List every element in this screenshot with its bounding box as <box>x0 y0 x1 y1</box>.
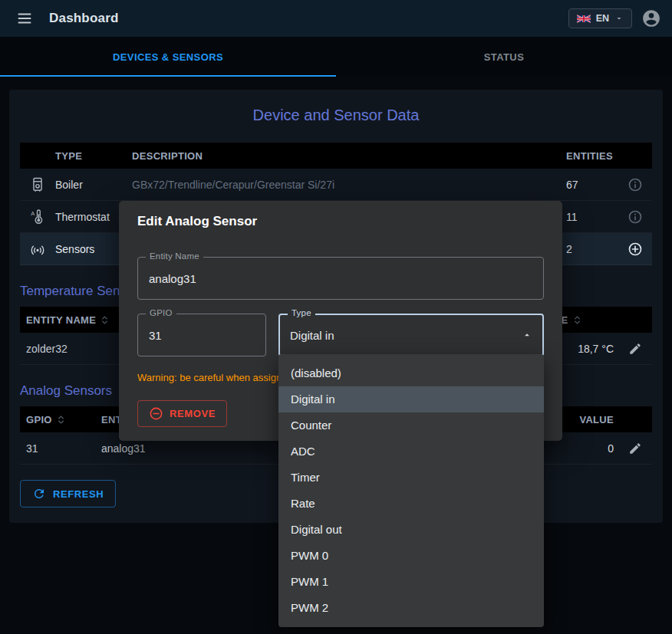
table-row-boiler[interactable]: Boiler GBx72/Trendline/Cerapur/Greenstar… <box>20 169 652 201</box>
device-entities-count: 2 <box>554 243 618 255</box>
col-entity-name-label: ENTITY NAME <box>26 314 96 326</box>
gpio-input[interactable] <box>149 329 255 342</box>
type-dropdown-menu: (disabled) Digital in Counter ADC Timer … <box>278 354 544 627</box>
device-description: GBx72/Trendline/Cerapur/Greenstar Si/27i <box>132 179 554 191</box>
col-gpio-sort[interactable]: GPIO <box>20 414 84 425</box>
menu-item-pwm0[interactable]: PWM 0 <box>278 543 544 569</box>
account-circle-icon <box>641 8 661 28</box>
entity-name-field[interactable]: Entity Name <box>137 257 544 300</box>
menu-item-counter[interactable]: Counter <box>278 412 544 439</box>
remove-circle-icon <box>149 406 163 421</box>
boiler-icon <box>20 176 55 193</box>
menu-item-pwm2[interactable]: PWM 2 <box>278 595 544 621</box>
app-bar: Dashboard EN <box>0 0 672 37</box>
chevron-up-icon <box>522 330 532 340</box>
tab-status[interactable]: STATUS <box>336 37 672 77</box>
menu-item-rate[interactable]: Rate <box>278 491 544 517</box>
info-icon[interactable] <box>618 209 652 225</box>
account-button[interactable] <box>641 8 661 28</box>
hamburger-menu-icon[interactable] <box>11 5 38 32</box>
refresh-label: REFRESH <box>53 488 104 500</box>
col-type: TYPE <box>55 150 132 162</box>
gpio-field[interactable]: GPIO <box>137 314 266 356</box>
devices-table-header: TYPE DESCRIPTION ENTITIES <box>20 143 652 169</box>
type-selected-value: Digital in <box>290 329 334 342</box>
dialog-title: Edit Analog Sensor <box>119 201 562 240</box>
menu-item-digital-out[interactable]: Digital out <box>278 517 544 543</box>
tab-bar: DEVICES & SENSORS STATUS <box>0 37 672 77</box>
type-select[interactable]: Type Digital in <box>278 314 544 356</box>
info-icon[interactable] <box>618 177 652 192</box>
sensor-gpio: 31 <box>20 442 84 455</box>
language-selector-button[interactable]: EN <box>568 8 632 28</box>
tab-devices-sensors[interactable]: DEVICES & SENSORS <box>0 37 336 77</box>
entity-name-label: Entity Name <box>146 251 203 261</box>
refresh-icon <box>32 487 46 501</box>
gpio-type-row: GPIO Type Digital in <box>137 314 544 356</box>
device-entities-count: 11 <box>554 211 618 223</box>
device-type: Boiler <box>55 179 132 191</box>
gpio-label: GPIO <box>146 308 176 317</box>
page-title: Dashboard <box>49 11 119 26</box>
add-icon[interactable] <box>618 241 652 257</box>
device-entities-count: 67 <box>554 179 618 191</box>
menu-item-pwm1[interactable]: PWM 1 <box>278 569 544 595</box>
menu-item-adc[interactable]: ADC <box>278 439 544 465</box>
edit-icon[interactable] <box>618 342 652 356</box>
col-gpio-label: GPIO <box>26 414 52 425</box>
col-value[interactable]: VALUE <box>557 414 618 425</box>
remove-label: REMOVE <box>170 408 216 419</box>
chevron-down-icon <box>614 14 624 23</box>
sort-icon <box>99 314 110 326</box>
svg-text:A: A <box>31 209 35 216</box>
sensors-icon <box>20 241 55 258</box>
sort-icon <box>572 314 583 326</box>
refresh-button[interactable]: REFRESH <box>20 480 116 508</box>
language-label: EN <box>596 13 609 24</box>
type-label: Type <box>288 308 315 317</box>
edit-icon[interactable] <box>618 442 652 455</box>
uk-flag-icon <box>577 15 591 23</box>
menu-item-digital-in[interactable]: Digital in <box>278 386 544 412</box>
sensor-value: 0 <box>557 442 618 455</box>
col-value-label: VALUE <box>579 414 614 425</box>
col-entities: ENTITIES <box>554 150 618 162</box>
remove-button[interactable]: REMOVE <box>137 400 227 427</box>
menu-item-disabled[interactable]: (disabled) <box>278 360 544 386</box>
sort-icon <box>55 414 67 425</box>
card-title: Device and Sensor Data <box>20 107 652 124</box>
thermostat-icon: A <box>20 209 55 225</box>
col-description: DESCRIPTION <box>132 150 554 162</box>
menu-item-timer[interactable]: Timer <box>278 465 544 491</box>
entity-name-input[interactable] <box>149 272 532 285</box>
